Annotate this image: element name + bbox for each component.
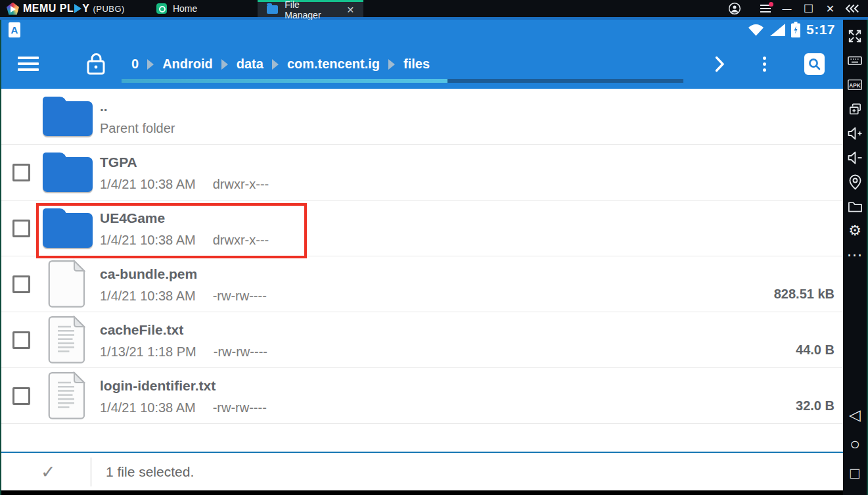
wifi-icon [748, 24, 764, 36]
clock: 5:17 [806, 22, 835, 37]
text-file-icon [48, 371, 87, 421]
selection-message: 1 file selected. [106, 464, 194, 480]
row-checkbox[interactable] [12, 220, 30, 237]
file-permissions: -rw-rw---- [214, 344, 267, 359]
play-triangle-icon [74, 4, 81, 13]
file-size: 32.0 B [796, 398, 843, 413]
file-date: 1/4/21 10:38 AM [100, 233, 196, 247]
settings-gear-icon[interactable]: ⚙ [847, 223, 863, 239]
file-permissions: -rw-rw---- [213, 289, 267, 303]
file-name: .. [100, 99, 843, 114]
android-status-bar: A 5:17 [0, 20, 843, 39]
row-checkbox[interactable] [12, 387, 30, 405]
keyboard-icon[interactable] [847, 53, 863, 68]
more-icon[interactable]: ⋯ [847, 247, 863, 263]
file-date: 1/4/21 10:38 AM [100, 400, 196, 415]
folder-icon [43, 208, 93, 248]
apk-install-icon[interactable]: APK [847, 77, 863, 93]
file-list: .. Parent folder TGPA 1/4/21 10:38 AMdrw… [0, 89, 843, 452]
memu-logo-icon [7, 3, 19, 15]
breadcrumb-segment[interactable]: data [237, 57, 263, 72]
notification-dot [769, 2, 773, 7]
chevron-right-icon[interactable] [715, 56, 725, 72]
file-name: cacheFile.txt [100, 322, 796, 338]
notification-app-icon: A [9, 22, 20, 37]
multi-window-icon[interactable] [847, 101, 863, 117]
file-row-parent[interactable]: .. Parent folder [0, 89, 843, 145]
selection-status-bar: ✓ 1 file selected. [0, 452, 843, 490]
breadcrumb-segment[interactable]: com.tencent.ig [287, 57, 380, 72]
file-permissions: drwxr-x--- [213, 177, 269, 191]
minimize-button[interactable]: — [776, 0, 798, 18]
location-icon[interactable] [847, 174, 863, 190]
folder-icon [43, 97, 93, 136]
close-tab-icon[interactable]: ✕ [347, 5, 355, 15]
file-row-cachefile[interactable]: cacheFile.txt 1/13/21 1:18 PM-rw-rw---- … [0, 312, 843, 368]
account-icon[interactable] [723, 0, 745, 18]
cellular-signal-icon [770, 24, 785, 36]
file-date: 1/4/21 10:38 AM [100, 177, 196, 191]
file-row-ue4game[interactable]: UE4Game 1/4/21 10:38 AMdrwxr-x--- [0, 200, 843, 256]
file-date: 1/4/21 10:38 AM [100, 289, 196, 303]
breadcrumb-segment[interactable]: files [403, 57, 430, 72]
battery-charging-icon [791, 22, 800, 37]
breadcrumb-arrow-icon [221, 59, 228, 70]
file-name: TGPA [100, 154, 843, 170]
file-subtitle: Parent folder [100, 121, 843, 136]
app-brand: MEMU PL Y (PUBG) [0, 0, 125, 17]
emulator-screen: A 5:17 [0, 20, 843, 495]
file-date: 1/13/21 1:18 PM [100, 344, 196, 359]
home-icon[interactable]: ○ [850, 435, 860, 454]
row-checkbox[interactable] [12, 164, 30, 181]
app-title: MEMU PL Y (PUBG) [23, 3, 125, 14]
home-tab-icon [156, 3, 167, 14]
fullscreen-icon[interactable] [847, 28, 863, 44]
collapse-sidebar-icon[interactable] [841, 0, 863, 18]
file-row-login-identifier[interactable]: login-identifier.txt 1/4/21 10:38 AM-rw-… [0, 368, 843, 424]
breadcrumb-arrow-icon [272, 59, 279, 70]
file-size: 44.0 B [796, 342, 843, 358]
file-name: UE4Game [100, 210, 843, 226]
volume-down-icon[interactable] [847, 150, 863, 166]
text-file-icon [48, 315, 87, 365]
divider [91, 458, 91, 486]
folder-icon [43, 153, 93, 192]
progress-fill [122, 79, 447, 83]
file-manager-toolbar: 0 Android data com.tencent.ig files [0, 39, 843, 89]
file-permissions: drwxr-x--- [213, 233, 269, 247]
search-icon[interactable] [804, 53, 825, 75]
svg-text:APK: APK [849, 82, 861, 89]
window-edge [0, 20, 1, 495]
unlocked-padlock-icon[interactable] [87, 53, 105, 75]
back-icon[interactable]: ◁ [849, 406, 861, 425]
breadcrumb-segment[interactable]: 0 [131, 57, 139, 72]
title-bar: MEMU PL Y (PUBG) Home File Manager ✕ [0, 0, 868, 20]
memu-window: MEMU PL Y (PUBG) Home File Manager ✕ [0, 0, 868, 495]
breadcrumb: 0 Android data com.tencent.ig files [131, 57, 430, 72]
recents-icon[interactable]: □ [850, 463, 860, 483]
tab-file-manager[interactable]: File Manager ✕ [258, 0, 363, 17]
tab-home[interactable]: Home [147, 0, 206, 17]
shared-folder-icon[interactable] [847, 199, 863, 214]
app-subtitle: (PUBG) [93, 4, 125, 14]
file-permissions: -rw-rw---- [213, 400, 267, 415]
hamburger-menu-icon[interactable] [18, 57, 39, 72]
breadcrumb-segment[interactable]: Android [162, 57, 213, 72]
breadcrumb-arrow-icon [388, 59, 395, 70]
emulator-sidebar: APK [843, 20, 868, 495]
close-window-button[interactable]: ✕ [819, 0, 841, 18]
file-icon [48, 259, 87, 309]
file-row-ca-bundle[interactable]: ca-bundle.pem 1/4/21 10:38 AM-rw-rw---- … [0, 256, 843, 312]
overflow-menu-icon[interactable] [763, 57, 766, 72]
file-row-tgpa[interactable]: TGPA 1/4/21 10:38 AMdrwxr-x--- [0, 145, 843, 200]
maximize-button[interactable]: ☐ [798, 0, 819, 18]
row-checkbox[interactable] [12, 275, 30, 293]
file-name: login-identifier.txt [100, 378, 796, 394]
volume-up-icon[interactable] [847, 126, 863, 141]
main-menu-icon[interactable] [754, 0, 776, 18]
breadcrumb-arrow-icon [147, 59, 154, 70]
checkmark-icon: ✓ [41, 461, 72, 483]
file-name: ca-bundle.pem [100, 266, 774, 282]
row-checkbox[interactable] [12, 331, 30, 349]
file-manager-tab-icon [267, 5, 278, 14]
